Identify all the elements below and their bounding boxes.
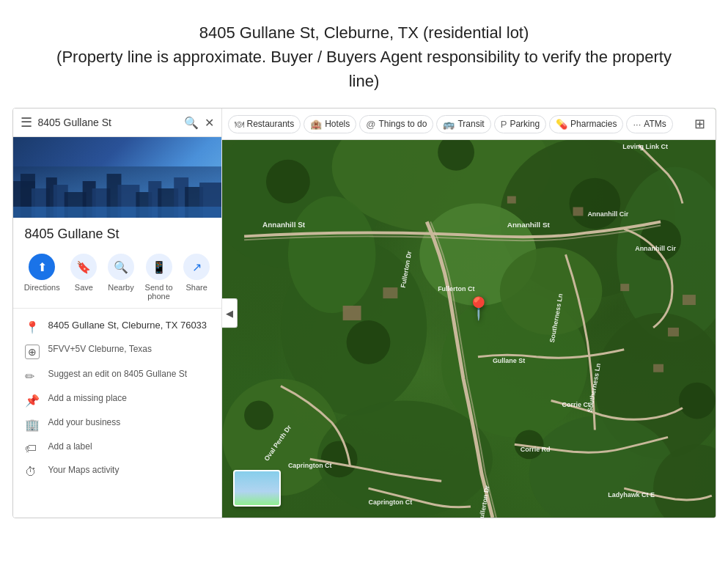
address-text: 8405 Gullane St, Cleburne, TX 76033 xyxy=(48,319,207,332)
maps-activity-text: Your Maps activity xyxy=(48,464,120,476)
directions-label: Directions xyxy=(24,283,60,292)
svg-text:Leving Link Ct: Leving Link Ct xyxy=(622,143,668,150)
pharmacies-label: Pharmacies xyxy=(570,119,617,129)
add-missing-place-text: Add a missing place xyxy=(48,392,127,405)
send-to-phone-icon: 📱 xyxy=(146,254,172,280)
svg-text:Caprington Ct: Caprington Ct xyxy=(287,462,331,469)
plus-code-text: 5FVV+5V Cleburne, Texas xyxy=(48,343,152,356)
svg-rect-43 xyxy=(682,295,695,305)
parking-icon: P xyxy=(501,119,507,130)
map-toolbar: 🍽 Restaurants 🏨 Hotels @ Things to do 🚌 … xyxy=(222,108,716,140)
sidebar-banner xyxy=(13,137,221,218)
svg-point-36 xyxy=(346,320,390,364)
send-to-phone-label: Send to phone xyxy=(145,283,173,301)
svg-point-34 xyxy=(569,178,620,229)
restaurants-label: Restaurants xyxy=(247,119,295,129)
hotels-label: Hotels xyxy=(325,119,350,129)
svg-point-32 xyxy=(265,160,309,204)
map-view[interactable]: Annanhill St Annanhill St Annanhill Cir … xyxy=(222,108,716,518)
suggest-edit-text: Suggest an edit on 8405 Gullane St xyxy=(48,368,187,380)
map-container: ☰ 8405 Gullane St 🔍 ✕ xyxy=(12,108,716,518)
svg-point-30 xyxy=(287,196,375,313)
svg-rect-47 xyxy=(573,207,583,216)
hotels-chip[interactable]: 🏨 Hotels xyxy=(304,115,356,133)
svg-text:Fullerton Ct: Fullerton Ct xyxy=(438,285,474,292)
missing-place-icon: 📌 xyxy=(25,394,40,408)
close-icon[interactable]: ✕ xyxy=(205,116,214,130)
plus-code-icon: ⊕ xyxy=(25,345,40,359)
svg-point-31 xyxy=(499,247,602,335)
hotels-icon: 🏨 xyxy=(310,119,322,130)
expand-sidebar-button[interactable]: ◀ xyxy=(222,298,238,328)
svg-point-40 xyxy=(244,401,273,430)
send-to-phone-button[interactable]: 📱 Send to phone xyxy=(145,254,173,301)
nearby-label: Nearby xyxy=(108,283,133,292)
svg-text:Annanhill Cir: Annanhill Cir xyxy=(587,210,628,218)
sidebar-header: ☰ 8405 Gullane St 🔍 ✕ xyxy=(13,108,221,137)
things-to-do-chip[interactable]: @ Things to do xyxy=(359,115,433,133)
add-missing-place-row[interactable]: 📌 Add a missing place xyxy=(13,388,221,412)
business-icon: 🏢 xyxy=(25,418,40,432)
svg-rect-44 xyxy=(668,328,679,336)
nearby-icon: 🔍 xyxy=(108,254,134,280)
svg-text:Annanhill Cir: Annanhill Cir xyxy=(635,245,676,252)
save-button[interactable]: 🔖 Save xyxy=(70,254,97,301)
svg-rect-45 xyxy=(653,364,663,372)
svg-point-37 xyxy=(678,383,715,419)
atms-chip[interactable]: ··· ATMs xyxy=(626,115,672,133)
save-label: Save xyxy=(75,283,93,292)
pharmacies-chip[interactable]: 💊 Pharmacies xyxy=(549,115,623,133)
svg-text:Corrie Ct: Corrie Ct xyxy=(562,401,589,408)
grid-menu-button[interactable]: ⊞ xyxy=(690,113,710,135)
sidebar-address-title: 8405 Gullane St xyxy=(13,218,221,246)
svg-rect-41 xyxy=(342,306,361,320)
restaurants-chip[interactable]: 🍽 Restaurants xyxy=(228,115,301,133)
svg-rect-48 xyxy=(507,196,515,204)
directions-button[interactable]: ⬆ Directions xyxy=(24,254,60,301)
sidebar: ☰ 8405 Gullane St 🔍 ✕ xyxy=(13,108,222,518)
things-to-do-icon: @ xyxy=(366,119,375,130)
save-icon: 🔖 xyxy=(70,254,97,280)
edit-icon: ✏ xyxy=(25,369,40,383)
svg-point-39 xyxy=(320,441,357,477)
street-view-thumbnail[interactable] xyxy=(233,470,281,507)
share-label: Share xyxy=(185,283,207,292)
directions-icon: ⬆ xyxy=(29,254,55,280)
things-to-do-label: Things to do xyxy=(378,119,427,129)
transit-chip[interactable]: 🚌 Transit xyxy=(436,115,490,133)
activity-icon: ⏱ xyxy=(25,466,40,479)
location-pin-icon: 📍 xyxy=(25,320,40,334)
sidebar-actions: ⬆ Directions 🔖 Save 🔍 Nearby 📱 Send to p… xyxy=(13,246,221,309)
satellite-background: Annanhill St Annanhill St Annanhill Cir … xyxy=(222,108,716,518)
add-label-row[interactable]: 🏷 Add a label xyxy=(13,436,221,460)
transit-icon: 🚌 xyxy=(443,119,455,130)
parking-chip[interactable]: P Parking xyxy=(494,115,546,133)
nearby-button[interactable]: 🔍 Nearby xyxy=(108,254,134,301)
restaurants-icon: 🍽 xyxy=(235,119,244,130)
atms-icon: ··· xyxy=(633,119,641,130)
location-pin[interactable]: 📍 xyxy=(465,295,492,321)
suggest-edit-row[interactable]: ✏ Suggest an edit on 8405 Gullane St xyxy=(13,364,221,388)
search-icon[interactable]: 🔍 xyxy=(184,116,199,130)
address-row[interactable]: 📍 8405 Gullane St, Cleburne, TX 76033 xyxy=(13,314,221,339)
svg-text:Annanhill St: Annanhill St xyxy=(262,221,306,229)
hamburger-menu-icon[interactable]: ☰ xyxy=(21,114,32,130)
svg-rect-46 xyxy=(620,284,629,291)
pharmacies-icon: 💊 xyxy=(556,119,567,130)
sidebar-info: 📍 8405 Gullane St, Cleburne, TX 76033 ⊕ … xyxy=(13,309,221,489)
svg-text:Annanhill St: Annanhill St xyxy=(507,221,550,229)
add-label-text: Add a label xyxy=(48,441,92,453)
share-icon: ↗ xyxy=(183,254,210,280)
search-text: 8405 Gullane St xyxy=(38,117,178,128)
svg-rect-42 xyxy=(383,287,397,298)
parking-label: Parking xyxy=(510,119,540,129)
svg-text:Caprington Ct: Caprington Ct xyxy=(368,498,412,506)
transit-label: Transit xyxy=(457,119,484,129)
plus-code-row[interactable]: ⊕ 5FVV+5V Cleburne, Texas xyxy=(13,339,221,364)
svg-rect-17 xyxy=(13,207,221,218)
add-business-row[interactable]: 🏢 Add your business xyxy=(13,412,221,436)
share-button[interactable]: ↗ Share xyxy=(183,254,210,301)
atms-label: ATMs xyxy=(644,119,666,129)
maps-activity-row[interactable]: ⏱ Your Maps activity xyxy=(13,460,221,483)
svg-text:Ladyhawk Ct E: Ladyhawk Ct E xyxy=(608,491,655,498)
